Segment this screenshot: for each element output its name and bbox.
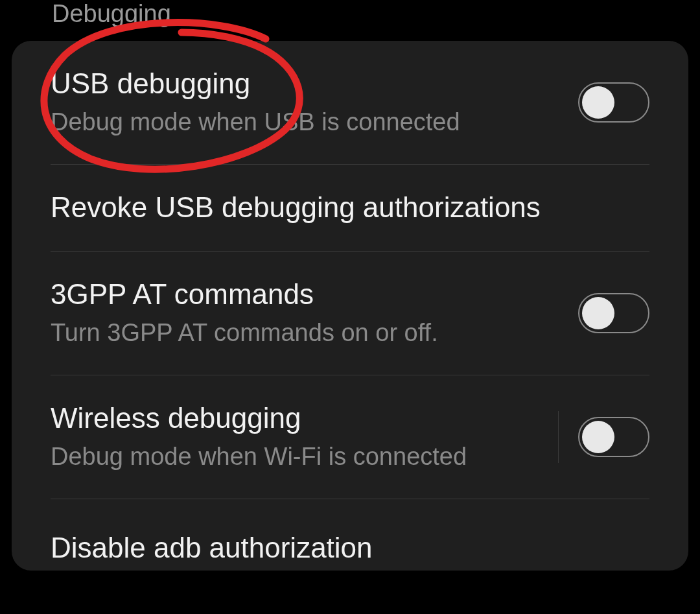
section-header-debugging: Debugging [0, 0, 700, 41]
toggle-knob [582, 421, 614, 453]
row-usb-debugging[interactable]: USB debugging Debug mode when USB is con… [12, 41, 688, 164]
row-subtitle: Debug mode when USB is connected [51, 106, 559, 138]
row-disable-adb-auth[interactable]: Disable adb authorization [12, 499, 688, 571]
row-text: Revoke USB debugging authorizations [51, 191, 649, 225]
row-title: Wireless debugging [51, 401, 545, 436]
row-3gpp-at[interactable]: 3GPP AT commands Turn 3GPP AT commands o… [12, 252, 688, 375]
row-title: USB debugging [51, 67, 559, 101]
toggle-knob [582, 86, 614, 119]
row-text: 3GPP AT commands Turn 3GPP AT commands o… [51, 277, 559, 349]
row-title: 3GPP AT commands [51, 277, 559, 312]
toggle-knob [582, 297, 614, 329]
v-divider [558, 411, 559, 463]
toggle-wireless-debugging[interactable] [578, 417, 649, 457]
row-subtitle: Turn 3GPP AT commands on or off. [51, 317, 559, 349]
toggle-3gpp-at[interactable] [578, 293, 649, 333]
row-subtitle: Debug mode when Wi-Fi is connected [51, 441, 545, 473]
row-revoke-usb-auth[interactable]: Revoke USB debugging authorizations [12, 165, 688, 251]
row-text: Disable adb authorization [51, 531, 649, 565]
row-title: Disable adb authorization [51, 531, 649, 565]
row-text: Wireless debugging Debug mode when Wi-Fi… [51, 401, 545, 473]
settings-card: USB debugging Debug mode when USB is con… [12, 41, 688, 571]
row-title: Revoke USB debugging authorizations [51, 191, 649, 225]
row-wireless-debugging[interactable]: Wireless debugging Debug mode when Wi-Fi… [12, 375, 688, 499]
toggle-usb-debugging[interactable] [578, 82, 649, 123]
row-text: USB debugging Debug mode when USB is con… [51, 67, 559, 138]
